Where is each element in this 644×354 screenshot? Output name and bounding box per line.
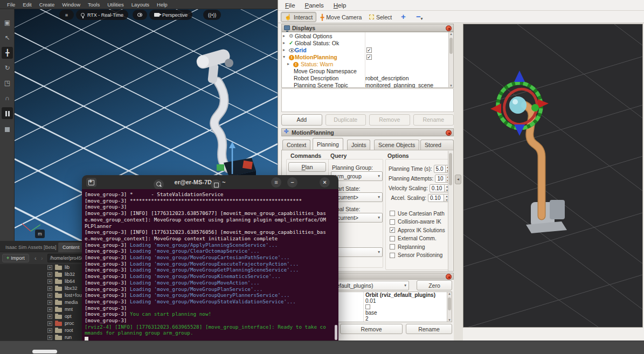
tab-planning[interactable]: Planning — [313, 138, 343, 150]
expand-icon[interactable]: + — [47, 279, 52, 284]
tab-isaac-assets[interactable]: Isaac Sim Assets [Beta] — [1, 242, 61, 252]
field-value-input[interactable]: 10 — [435, 175, 446, 183]
field-value-input[interactable]: 5.0 — [434, 165, 446, 173]
displays-panel-header[interactable]: Displays — [281, 24, 454, 32]
enabled-checkbox[interactable]: ✓ — [366, 54, 372, 60]
views-checkbox[interactable] — [365, 304, 370, 309]
checkbox-box[interactable] — [390, 219, 395, 225]
display-value[interactable]: monitored_planning_scene — [365, 82, 433, 88]
display-row-planning-scene-topic[interactable]: Planning Scene Topicmonitored_planning_s… — [282, 82, 449, 88]
checkbox-replanning[interactable]: Replanning — [390, 243, 425, 251]
scale-tool-icon[interactable]: ◳ — [2, 77, 13, 89]
expand-icon[interactable]: + — [47, 307, 52, 312]
camera-pill[interactable]: Perspective — [149, 10, 192, 20]
tab-scene-objects[interactable]: Scene Objects — [374, 140, 419, 150]
field-value-input[interactable]: 0.10 — [430, 184, 445, 192]
expand-icon[interactable]: + — [47, 293, 52, 298]
import-button[interactable]: +Import — [2, 254, 29, 262]
rviz-3d-view[interactable] — [463, 24, 643, 328]
checkbox-box[interactable] — [390, 253, 395, 258]
stop-icon[interactable] — [2, 123, 13, 135]
expand-icon[interactable]: + — [47, 314, 52, 319]
expand-icon[interactable]: + — [47, 321, 52, 326]
checkbox-approx-ik-solutions[interactable]: ✓Approx IK Solutions — [390, 226, 445, 234]
motion-planning-header[interactable]: MotionPlanning — [281, 128, 454, 136]
rviz-menu-panels[interactable]: Panels — [300, 1, 329, 10]
forward-icon[interactable]: › — [41, 254, 43, 262]
expand-icon[interactable]: + — [47, 328, 52, 333]
move-camera-tool-button[interactable]: ╋ Move Camera — [317, 12, 365, 22]
field-value-input[interactable]: 0.10 — [428, 194, 444, 202]
renderer-pill[interactable]: RTX - Real-Time — [76, 10, 128, 20]
terminal-window[interactable]: er@er-MS-7D48: ~ ≡ – × [move_group-3] * … — [82, 175, 338, 341]
goal-state-dropdown[interactable]: <current> — [331, 213, 383, 223]
rviz-menu-help[interactable]: Help — [329, 1, 351, 10]
checkbox-box[interactable] — [390, 236, 395, 241]
back-icon[interactable]: ‹ — [34, 254, 37, 262]
pause-icon[interactable] — [2, 107, 13, 119]
cursor-tool-icon[interactable]: ↖ — [2, 32, 13, 44]
tab-stored-scene[interactable]: Stored Scene — [420, 140, 454, 150]
expand-icon[interactable]: + — [47, 265, 52, 270]
display-value[interactable]: robot_description — [365, 75, 409, 81]
interact-tool-button[interactable]: ☝ Interact — [281, 12, 316, 22]
isaac-menu-help[interactable]: Help — [153, 2, 171, 8]
mp-scrollbar[interactable] — [448, 151, 453, 271]
checkbox-external-comm[interactable]: External Comm. — [390, 235, 437, 242]
isaac-menu-create[interactable]: Create — [36, 2, 59, 8]
select-mode-icon[interactable]: ▣ — [2, 17, 13, 29]
snap-tool-icon[interactable]: ∩ — [2, 92, 13, 104]
collapse-handle[interactable]: ◂ — [455, 175, 461, 184]
tree-arrow-icon[interactable]: ▸ — [283, 47, 285, 52]
checkbox-use-cartesian-path[interactable]: Use Cartesian Path — [390, 210, 445, 217]
maximize-icon[interactable] — [211, 179, 221, 190]
checkbox-collision-aware-ik[interactable]: Collision-aware IK — [390, 218, 441, 226]
isaac-menu-utilities[interactable]: Utilities — [103, 2, 128, 8]
checkbox-box[interactable] — [390, 211, 395, 216]
displays-close-icon[interactable] — [446, 25, 452, 31]
remove-tool-button[interactable]: −▾ — [413, 11, 426, 22]
tab-context[interactable]: Context — [282, 140, 310, 150]
rviz-menu-file[interactable]: File — [280, 1, 300, 10]
search-icon[interactable] — [154, 179, 164, 190]
start-state-dropdown[interactable]: <current> — [331, 192, 383, 202]
expand-icon[interactable]: + — [47, 335, 52, 340]
tree-arrow-icon[interactable]: ▸ — [283, 33, 285, 38]
isaac-menu-edit[interactable]: Edit — [19, 2, 35, 8]
signal-pill[interactable]: ((•)) — [203, 10, 221, 20]
add-button[interactable]: Add — [281, 114, 322, 126]
motion-planning-close-icon[interactable] — [446, 130, 452, 136]
tree-arrow-icon[interactable]: ▸ — [287, 61, 289, 66]
expand-icon[interactable]: + — [47, 300, 52, 305]
expand-icon[interactable]: + — [47, 272, 52, 277]
display-row-robot-description[interactable]: Robot Descriptionrobot_description — [282, 75, 449, 82]
planning-group-dropdown[interactable]: arm_group — [331, 171, 383, 181]
minimize-icon[interactable]: – — [287, 177, 297, 188]
query-bottom-dropdown[interactable] — [331, 247, 383, 257]
close-icon[interactable]: × — [320, 177, 330, 188]
displays-scrollbar[interactable]: ▲▼ — [448, 32, 453, 87]
display-row-grid[interactable]: ▸Grid✓ — [282, 47, 449, 54]
tree-arrow-icon[interactable]: ▾ — [283, 54, 285, 59]
taskbar-pill[interactable] — [32, 350, 57, 353]
plan-button[interactable]: Plan — [288, 162, 326, 172]
visibility-pill[interactable] — [133, 10, 147, 20]
display-row-motionplanning[interactable]: ▾!MotionPlanning✓ — [282, 54, 449, 61]
checkbox-sensor-positioning[interactable]: Sensor Positioning — [390, 252, 442, 259]
isaac-menu-tools[interactable]: Tools — [84, 2, 103, 8]
terminal-output[interactable]: [move_group-3] * - StateValidationServic… — [82, 189, 338, 341]
isaac-menu-window[interactable]: Window — [58, 2, 84, 8]
viewport-settings-pill[interactable]: ≡ — [59, 10, 74, 20]
views-remove-button[interactable]: Remove — [340, 324, 403, 334]
add-tool-button[interactable]: + — [398, 11, 409, 22]
display-row-global-status-ok[interactable]: ▸✓Global Status: Ok — [282, 40, 449, 47]
select-tool-button[interactable]: Select — [366, 12, 395, 22]
tab-joints[interactable]: Joints — [347, 140, 370, 150]
enabled-checkbox[interactable]: ✓ — [366, 47, 372, 53]
expand-icon[interactable]: + — [47, 286, 52, 291]
zero-button[interactable]: Zero — [417, 280, 452, 290]
terminal-titlebar[interactable]: er@er-MS-7D48: ~ ≡ – × — [82, 175, 338, 189]
tree-arrow-icon[interactable]: ▸ — [283, 40, 285, 45]
tab-content[interactable]: Content — [58, 242, 84, 252]
views-close-icon[interactable] — [446, 274, 452, 280]
